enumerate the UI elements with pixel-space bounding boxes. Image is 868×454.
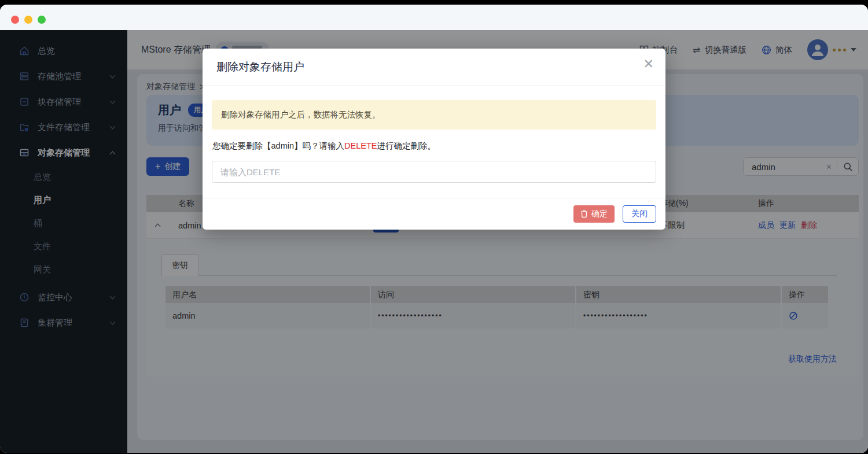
close-modal-button[interactable]: 关闭 (623, 205, 656, 223)
close-window-button[interactable] (11, 16, 19, 24)
warning-banner: 删除对象存储用户之后，数据将无法恢复。 (212, 100, 656, 130)
delete-user-modal: 删除对象存储用户 ✕ 删除对象存储用户之后，数据将无法恢复。 您确定要删除【ad… (203, 49, 665, 230)
confirm-text: 您确定要删除【admin】吗？请输入DELETE进行确定删除。 (212, 141, 656, 152)
titlebar (0, 5, 868, 30)
delete-confirm-input[interactable] (212, 161, 656, 183)
delete-keyword: DELETE (344, 141, 377, 150)
zoom-window-button[interactable] (38, 16, 46, 24)
modal-title: 删除对象存储用户 (216, 61, 304, 73)
close-icon[interactable]: ✕ (643, 57, 654, 72)
minimize-window-button[interactable] (24, 16, 32, 24)
confirm-delete-button[interactable]: 确定 (573, 205, 615, 223)
app-window: 总览 存储池管理 块存储管理 文件存储管理 对象存储管理 (0, 5, 868, 453)
trash-icon (580, 210, 588, 218)
